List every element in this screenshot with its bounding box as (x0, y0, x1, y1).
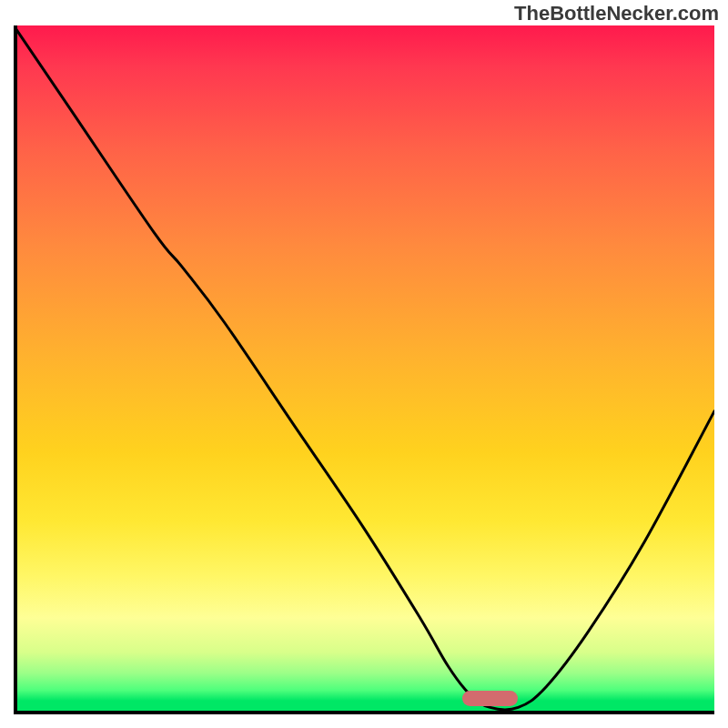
bottleneck-curve (14, 25, 714, 714)
attribution-text: TheBottleNecker.com (514, 2, 719, 25)
plot-area (14, 25, 714, 714)
chart-container: TheBottleNecker.com (0, 0, 728, 728)
optimal-range-marker (462, 691, 519, 706)
